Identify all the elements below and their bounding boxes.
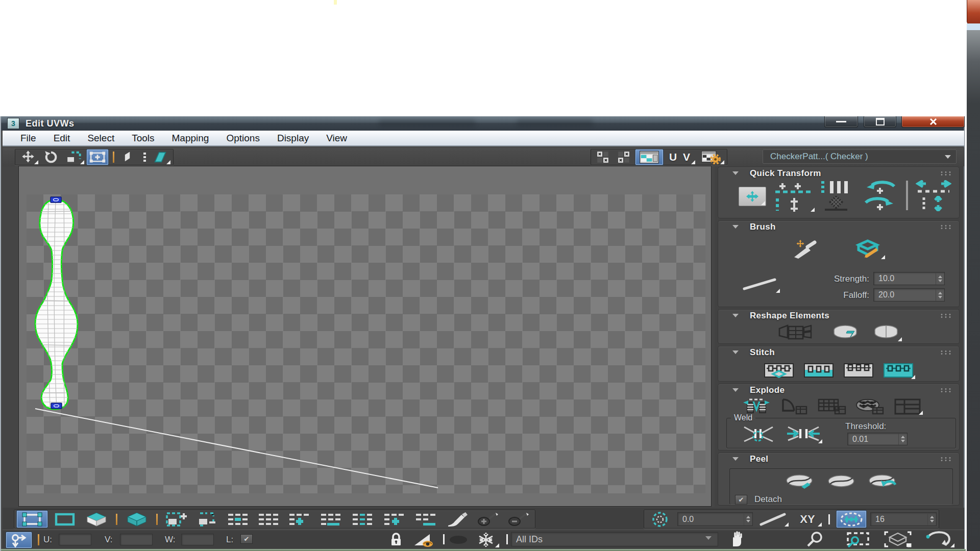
move-button[interactable] [17, 149, 39, 165]
stitch-to-target-button[interactable] [801, 361, 836, 380]
stitch-custom-button[interactable] [762, 361, 796, 380]
grow-loop-button[interactable] [285, 512, 314, 527]
flatten-mapping-button[interactable] [892, 398, 923, 415]
falloff-field[interactable]: 20.0 [873, 288, 945, 302]
show-map-button[interactable] [635, 149, 664, 165]
move-selected-button[interactable] [739, 187, 766, 206]
soft-selection-button[interactable] [646, 512, 674, 527]
select-shared-subobjects-button[interactable] [224, 512, 252, 527]
v-field[interactable] [120, 534, 153, 545]
align-vertical-button[interactable] [771, 197, 815, 212]
pan-button[interactable] [724, 531, 750, 548]
shrink-selection-button[interactable] [193, 512, 222, 527]
minimize-button[interactable] [824, 116, 858, 128]
titlebar[interactable]: 3 Edit UVWs [1, 116, 964, 131]
rotate-button[interactable] [40, 149, 62, 165]
falloff-spinner[interactable] [936, 289, 944, 301]
select-by-element-button[interactable] [254, 512, 283, 527]
space-horizontal-button[interactable] [818, 180, 854, 195]
brush-falloff-button[interactable] [740, 275, 780, 293]
polygon-mode-button[interactable] [82, 512, 111, 527]
break-button[interactable] [741, 398, 772, 415]
rollout-header[interactable]: Brush [718, 221, 959, 233]
paint-select-add-button[interactable] [474, 512, 502, 527]
flatten-by-material-button[interactable] [854, 398, 886, 415]
explode-to-faces-button[interactable] [816, 398, 848, 415]
u-field[interactable] [59, 534, 91, 545]
uv-coordinates-button[interactable]: U V [665, 149, 696, 165]
menu-file[interactable]: File [12, 131, 45, 145]
weld-selected-button[interactable] [740, 423, 777, 444]
flip-button[interactable] [150, 149, 171, 165]
texture-dropdown[interactable]: CheckerPatt...( Checker ) [763, 149, 957, 164]
vertex-mode-button[interactable] [16, 510, 48, 528]
distribute-horizontal-button[interactable] [914, 180, 953, 195]
menu-display[interactable]: Display [268, 131, 317, 145]
menu-mapping[interactable]: Mapping [163, 131, 218, 145]
strength-field[interactable]: 10.0 [873, 272, 945, 285]
stitch-all-button[interactable] [881, 361, 916, 380]
loop-mode-button[interactable] [348, 512, 378, 527]
straighten-selection-button[interactable] [775, 323, 823, 342]
menu-edit[interactable]: Edit [45, 131, 79, 145]
shrink-loop-button[interactable] [316, 512, 346, 527]
zoom-to-gizmo-button[interactable] [921, 531, 955, 548]
hide-selected-button[interactable] [446, 531, 471, 548]
zoom-region-button[interactable] [842, 531, 873, 548]
rotate-cw-button[interactable] [859, 196, 901, 211]
distribute-vertical-button[interactable] [914, 196, 953, 211]
w-field[interactable] [181, 534, 214, 545]
shrink-ring-button[interactable] [411, 512, 441, 527]
filter-selected-faces-button[interactable] [410, 531, 436, 548]
rollout-header[interactable]: Quick Transform [718, 167, 959, 179]
relax-brush-button[interactable] [850, 238, 886, 260]
menu-tools[interactable]: Tools [123, 131, 163, 145]
rollout-header[interactable]: Reshape Elements [718, 310, 959, 321]
zoom-extents-button[interactable] [881, 531, 914, 548]
scale-button[interactable] [63, 149, 85, 165]
quick-peel-button[interactable] [782, 473, 816, 491]
zoom-button[interactable] [802, 531, 829, 548]
peel-mode-button[interactable] [824, 473, 858, 491]
grow-selection-button[interactable] [162, 512, 191, 527]
uv-shell[interactable] [33, 197, 82, 409]
align-horizontal-button[interactable] [771, 181, 815, 196]
move-brush-button[interactable] [787, 238, 820, 260]
absolute-offset-toggle[interactable] [6, 532, 32, 548]
material-id-dropdown[interactable]: All IDs [511, 532, 718, 546]
paint-select-subtract-button[interactable] [504, 512, 533, 527]
freeze-selected-button[interactable] [472, 531, 500, 548]
selected-vertex-marker-bottom[interactable] [51, 403, 62, 409]
element-mode-button[interactable] [122, 512, 152, 527]
threshold-spinner[interactable] [898, 433, 907, 445]
paint-select-button[interactable] [443, 512, 472, 527]
rotate-ccw-button[interactable] [859, 180, 901, 195]
stitch-source-button[interactable] [841, 361, 876, 380]
grow-ring-button[interactable] [380, 512, 409, 527]
maximize-button[interactable] [864, 116, 896, 128]
tile-pattern-b-button[interactable] [614, 149, 633, 165]
grid-size-field[interactable]: 16 [870, 512, 937, 526]
weld-button[interactable] [784, 423, 823, 444]
strength-spinner[interactable] [936, 272, 944, 285]
relax-button[interactable] [870, 323, 902, 342]
soft-selection-spinner[interactable] [744, 513, 752, 525]
reset-peel-button[interactable] [866, 473, 900, 491]
uv-edge-line[interactable] [35, 409, 438, 488]
explode-to-polygons-button[interactable] [778, 398, 810, 415]
detach-checkbox[interactable]: ✔ [735, 495, 747, 505]
close-button[interactable] [901, 116, 965, 128]
brush-falloff-mode-button[interactable] [836, 510, 867, 528]
rollout-header[interactable]: Peel [718, 453, 959, 465]
rollout-header[interactable]: Explode [718, 384, 959, 396]
relax-until-flat-button[interactable] [830, 323, 863, 342]
falloff-type-button[interactable] [756, 512, 789, 527]
menu-select[interactable]: Select [79, 131, 123, 145]
lock-aspect-checkbox[interactable]: ✔ [240, 534, 253, 544]
selected-vertex-marker-top[interactable] [51, 197, 61, 203]
menu-view[interactable]: View [317, 131, 356, 145]
freeform-mode-button[interactable] [86, 149, 109, 165]
threshold-field[interactable]: 0.01 [847, 433, 908, 445]
menu-options[interactable]: Options [217, 131, 268, 145]
relax-lattice-button[interactable] [818, 196, 854, 211]
